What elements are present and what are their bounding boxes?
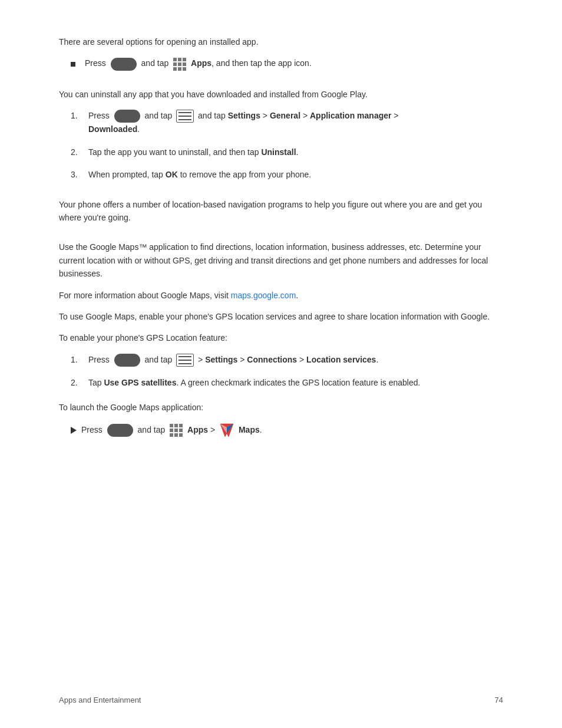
svg-rect-17 [179, 433, 183, 437]
step2-content: Tap the app you want to uninstall, and t… [88, 146, 298, 159]
step1-content: Press and tap and tap Settings > General… [88, 109, 399, 136]
gps-step-1: 1. Press and tap > Settings > Connection… [71, 353, 503, 367]
footer-left: Apps and Entertainment [59, 696, 141, 704]
intro-text: There are several options for opening an… [59, 35, 503, 48]
launch-content: Press and tap Apps [81, 423, 262, 438]
maps-intro: Use the Google Maps™ application to find… [59, 241, 503, 280]
bullet-square-icon [71, 62, 75, 67]
maps-gps-feature: To enable your phone's GPS Location feat… [59, 331, 503, 344]
svg-rect-8 [183, 67, 186, 71]
svg-rect-16 [174, 433, 178, 437]
menu-icon-2 [176, 354, 194, 367]
footer-right: 74 [495, 696, 503, 704]
gps-step1-content: Press and tap > Settings > Connections >… [88, 353, 378, 367]
uninstall-step-1: 1. Press and tap and tap Settings > Gene… [71, 109, 503, 136]
svg-rect-15 [170, 433, 173, 437]
maps-icon [219, 423, 234, 438]
svg-rect-13 [174, 429, 178, 432]
svg-rect-10 [174, 424, 178, 427]
uninstall-step-2: 2. Tap the app you want to uninstall, an… [71, 146, 503, 159]
svg-rect-5 [183, 62, 186, 66]
home-button-icon-3 [114, 354, 140, 367]
svg-rect-6 [173, 67, 177, 71]
svg-rect-11 [179, 424, 183, 427]
apps-grid-icon-2 [169, 423, 183, 437]
page-footer: Apps and Entertainment 74 [59, 696, 503, 704]
menu-icon [176, 110, 194, 123]
svg-rect-2 [183, 58, 186, 61]
home-button-icon [111, 58, 137, 71]
svg-rect-4 [178, 62, 181, 66]
maps-more-info: For more information about Google Maps, … [59, 289, 503, 302]
launch-maps-item: Press and tap Apps [71, 423, 503, 438]
svg-rect-12 [170, 429, 173, 432]
apps-grid-icon [173, 57, 187, 71]
uninstall-step-3: 3. When prompted, tap OK to remove the a… [71, 168, 503, 181]
home-button-icon-4 [107, 424, 133, 437]
gps-step-2: 2. Tap Use GPS satellites. A green check… [71, 376, 503, 389]
svg-rect-9 [170, 424, 173, 427]
step3-content: When prompted, tap OK to remove the app … [88, 168, 311, 181]
svg-rect-0 [173, 58, 177, 61]
maps-google-link[interactable]: maps.google.com [231, 291, 296, 300]
uninstall-intro: You can uninstall any app that you have … [59, 88, 503, 101]
bullet-item-1: Press and tap [71, 57, 503, 71]
svg-rect-14 [179, 429, 183, 432]
launch-maps-intro: To launch the Google Maps application: [59, 401, 503, 414]
svg-rect-1 [178, 58, 181, 61]
maps-gps-enable: To use Google Maps, enable your phone's … [59, 310, 503, 323]
home-button-icon-2 [114, 110, 140, 123]
triangle-right-icon [71, 427, 77, 434]
navigation-intro: Your phone offers a number of location-b… [59, 198, 503, 225]
gps-step2-content: Tap Use GPS satellites. A green checkmar… [88, 376, 420, 389]
svg-rect-3 [173, 62, 177, 66]
svg-rect-7 [178, 67, 181, 71]
bullet1-content: Press and tap [85, 57, 312, 71]
